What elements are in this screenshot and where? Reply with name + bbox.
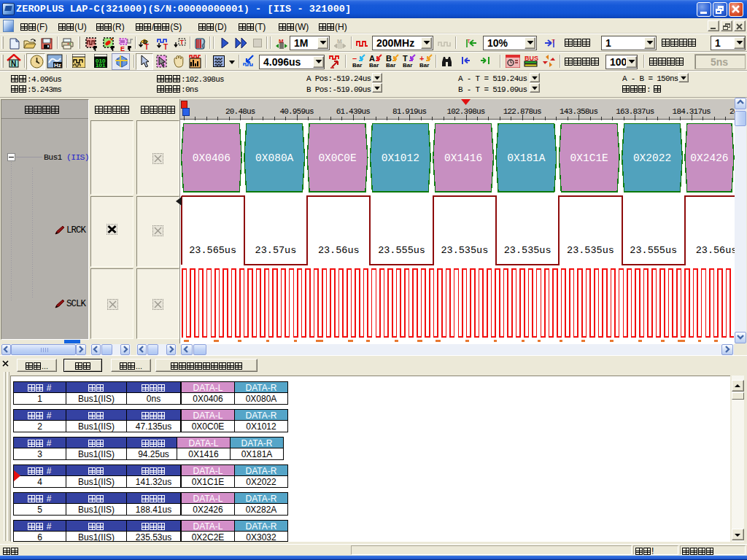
svg-text:23.535us: 23.535us [567, 245, 614, 256]
svg-text:23.555us: 23.555us [630, 245, 677, 256]
svg-text:23.57us: 23.57us [255, 245, 297, 256]
svg-text:23.56us: 23.56us [696, 245, 735, 256]
svg-text:23.535us: 23.535us [504, 245, 551, 256]
svg-text:23.555us: 23.555us [378, 245, 425, 256]
svg-text:23.535us: 23.535us [441, 245, 488, 256]
svg-text:N: N [11, 60, 16, 68]
svg-text:101: 101 [96, 62, 106, 68]
svg-text:T: T [551, 38, 555, 44]
svg-text:23.56us: 23.56us [318, 245, 360, 256]
svg-text:T: T [144, 43, 149, 50]
svg-text:T: T [180, 39, 185, 46]
svg-text:T: T [467, 38, 471, 44]
svg-text:23.565us: 23.565us [189, 245, 236, 256]
svg-text:Hz: Hz [54, 62, 61, 69]
svg-text:E: E [120, 45, 125, 51]
svg-text:T: T [163, 43, 168, 50]
